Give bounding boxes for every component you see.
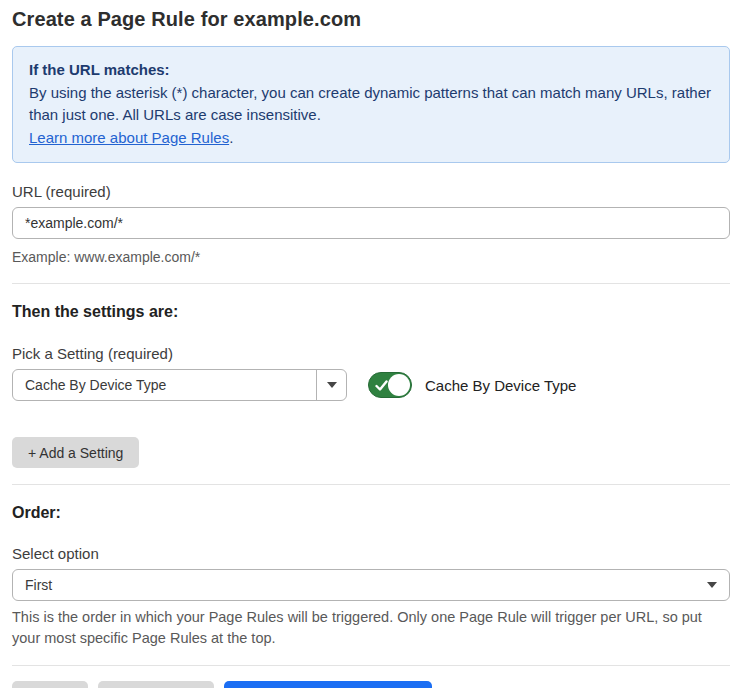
order-select-arrow	[695, 570, 729, 600]
chevron-down-icon	[327, 382, 337, 388]
save-as-draft-button[interactable]: Save as Draft	[98, 681, 215, 688]
cancel-button[interactable]: Cancel	[12, 681, 88, 688]
footer-actions: Cancel Save as Draft Save and Deploy Pag…	[12, 681, 730, 688]
pick-setting-label: Pick a Setting (required)	[12, 345, 730, 362]
url-input[interactable]	[12, 207, 730, 239]
order-section-heading: Order:	[12, 504, 730, 522]
add-setting-button[interactable]: + Add a Setting	[12, 437, 139, 468]
info-box-body: By using the asterisk (*) character, you…	[29, 82, 713, 127]
toggle-knob	[388, 374, 410, 396]
order-select[interactable]: First	[12, 569, 730, 601]
page-title: Create a Page Rule for example.com	[12, 8, 730, 31]
link-period: .	[229, 129, 233, 146]
setting-select-value: Cache By Device Type	[13, 370, 316, 400]
check-icon	[375, 379, 388, 392]
setting-row: Cache By Device Type Cache By Device Typ…	[12, 369, 730, 401]
order-helper-text: This is the order in which your Page Rul…	[12, 607, 728, 649]
settings-section-heading: Then the settings are:	[12, 303, 730, 321]
setting-select-arrow-button[interactable]	[316, 370, 346, 400]
info-box-heading: If the URL matches:	[29, 59, 713, 82]
order-select-value: First	[13, 570, 695, 600]
divider	[12, 283, 730, 284]
setting-select[interactable]: Cache By Device Type	[12, 369, 347, 401]
divider	[12, 484, 730, 485]
chevron-down-icon	[707, 582, 717, 588]
create-page-rule-form: Create a Page Rule for example.com If th…	[0, 0, 750, 688]
setting-toggle-group: Cache By Device Type	[368, 372, 576, 398]
toggle-label: Cache By Device Type	[425, 377, 576, 394]
url-field-helper: Example: www.example.com/*	[12, 248, 730, 267]
url-field-label: URL (required)	[12, 183, 730, 200]
order-select-label: Select option	[12, 545, 730, 562]
url-match-info-box: If the URL matches: By using the asteris…	[12, 46, 730, 163]
divider	[12, 665, 730, 666]
save-and-deploy-button[interactable]: Save and Deploy Page Rule	[224, 681, 432, 688]
learn-more-link[interactable]: Learn more about Page Rules	[29, 129, 229, 146]
cache-by-device-type-toggle[interactable]	[368, 372, 412, 398]
info-box-link-line: Learn more about Page Rules.	[29, 127, 713, 150]
